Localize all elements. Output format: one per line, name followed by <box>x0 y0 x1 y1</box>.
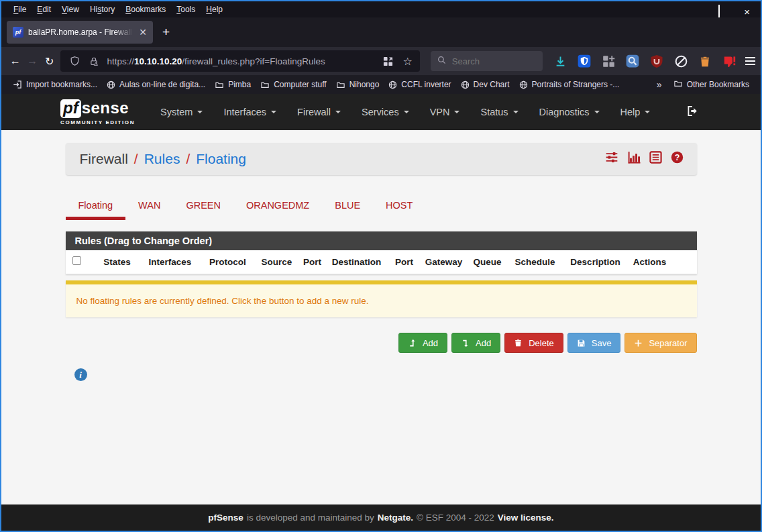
menu-history[interactable]: History <box>85 5 120 14</box>
logout-icon[interactable] <box>687 105 699 119</box>
breadcrumb-floating-link[interactable]: Floating <box>196 151 246 167</box>
nav-interfaces[interactable]: Interfaces <box>223 107 276 117</box>
info-icon[interactable]: i <box>74 368 87 381</box>
column-header-description: Description <box>562 257 629 267</box>
extension-magnifier-icon[interactable] <box>626 54 639 68</box>
circle-slash-blocker-icon[interactable] <box>674 54 688 68</box>
back-button[interactable]: ← <box>7 52 23 70</box>
menu-tools[interactable]: Tools <box>171 5 201 14</box>
save-button[interactable]: Save <box>567 333 621 353</box>
new-tab-button[interactable]: + <box>162 25 170 40</box>
maximize-button[interactable] <box>718 5 720 17</box>
globe-icon <box>519 81 528 89</box>
footer-netgate-link[interactable]: Netgate. <box>378 513 413 523</box>
tab-title: ballaPR.home.arpa - Firewall: Ru <box>28 28 133 37</box>
url-scheme: https:// <box>107 56 134 66</box>
nav-diagnostics[interactable]: Diagnostics <box>539 107 600 117</box>
delete-button[interactable]: Delete <box>504 333 563 353</box>
menu-bookmarks[interactable]: Bookmarks <box>120 5 171 14</box>
save-icon <box>577 339 586 348</box>
tab-close-icon[interactable]: ✕ <box>139 27 147 38</box>
svg-text:?: ? <box>674 153 679 162</box>
button-label: Add <box>476 338 491 348</box>
nav-label: Interfaces <box>223 107 266 117</box>
search-input[interactable] <box>452 56 526 66</box>
pfsense-logo[interactable]: pfsense COMMUNITY EDITION <box>60 99 135 125</box>
tab-orangedmz[interactable]: ORANGEDMZ <box>233 193 322 220</box>
bookmark-dev-chart[interactable]: Dev Chart <box>456 77 514 92</box>
bookmark-pimba[interactable]: Pimba <box>210 77 256 92</box>
breadcrumb-rules-link[interactable]: Rules <box>144 151 180 167</box>
search-box[interactable] <box>431 51 543 71</box>
nav-status[interactable]: Status <box>480 107 518 117</box>
extension-blocks-plus-icon[interactable] <box>602 54 615 68</box>
globe-icon <box>388 81 397 89</box>
tab-host[interactable]: HOST <box>373 193 425 220</box>
other-bookmarks-folder[interactable]: Other Bookmarks <box>669 77 754 92</box>
close-button[interactable]: × <box>744 8 750 15</box>
menu-view[interactable]: View <box>56 5 85 14</box>
rules-table-header: StatesInterfacesProtocolSourcePortDestin… <box>66 250 697 274</box>
filter-sliders-icon[interactable] <box>605 151 618 167</box>
trash-icon <box>514 338 523 348</box>
footer-brand: pfSense <box>208 513 243 523</box>
bookmark-label: Portraits of Strangers -... <box>532 80 620 89</box>
nav-services[interactable]: Services <box>362 107 409 117</box>
ublock-origin-shield-icon[interactable] <box>650 54 663 68</box>
tracking-protection-shield-icon[interactable] <box>68 54 81 68</box>
menu-edit[interactable]: Edit <box>32 5 56 14</box>
forward-button[interactable]: → <box>23 52 40 70</box>
log-list-icon[interactable] <box>649 151 662 167</box>
other-bookmarks-label: Other Bookmarks <box>687 80 749 89</box>
separator-button[interactable]: Separator <box>624 333 696 353</box>
add-button-up[interactable]: Add <box>398 333 447 353</box>
bookmark-aulas-on-line-de-digita[interactable]: Aulas on-line de digita... <box>102 77 210 92</box>
tab-green[interactable]: GREEN <box>173 193 233 220</box>
bookmark-ccfl-inverter[interactable]: CCFL inverter <box>384 77 455 92</box>
app-menu-hamburger-icon[interactable] <box>745 57 755 65</box>
button-label: Delete <box>529 338 554 348</box>
page-action-grid-icon[interactable] <box>381 54 394 68</box>
menu-help[interactable]: Help <box>201 5 228 14</box>
column-header-source: Source <box>255 257 299 267</box>
bookmark-portraits-of-strangers[interactable]: Portraits of Strangers -... <box>514 77 624 92</box>
rules-panel: Rules (Drag to Change Order) StatesInter… <box>66 231 697 274</box>
downloads-icon[interactable] <box>553 54 567 68</box>
reload-button[interactable]: ↻ <box>41 52 58 70</box>
bar-chart-icon[interactable] <box>627 151 641 167</box>
nav-label: Status <box>480 107 508 117</box>
nav-firewall[interactable]: Firewall <box>297 107 341 117</box>
bookmark-label: Dev Chart <box>474 80 510 89</box>
tab-blue[interactable]: BLUE <box>322 193 373 220</box>
add-button-down[interactable]: Add <box>451 333 500 353</box>
url-bar[interactable]: https://10.10.10.20/firewall_rules.php?i… <box>60 50 419 72</box>
select-all-checkbox[interactable] <box>72 256 81 265</box>
nav-help[interactable]: Help <box>620 107 651 117</box>
bookmark-import-bookmarks[interactable]: Import bookmarks... <box>8 77 102 92</box>
pfsense-navbar: pfsense COMMUNITY EDITION SystemInterfac… <box>1 94 761 130</box>
chevron-down-icon <box>197 111 203 116</box>
column-header-destination: Destination <box>326 257 388 267</box>
bookmark-computer-stuff[interactable]: Computer stuff <box>256 77 331 92</box>
footer-license-link[interactable]: View license. <box>498 513 554 523</box>
help-question-icon[interactable]: ? <box>671 151 684 167</box>
tab-floating[interactable]: Floating <box>66 193 126 220</box>
menu-file[interactable]: File <box>8 5 32 14</box>
column-header-gateway: Gateway <box>421 257 467 267</box>
bookmarks-overflow-chevron-icon[interactable]: » <box>650 79 669 90</box>
thumbs-down-extension-icon[interactable] <box>722 54 736 68</box>
bitwarden-shield-icon[interactable] <box>578 54 591 68</box>
url-host: 10.10.10.20 <box>134 56 182 66</box>
browser-tab[interactable]: pf ballaPR.home.arpa - Firewall: Ru ✕ <box>7 21 153 44</box>
bookmark-label: CCFL inverter <box>401 80 451 89</box>
nav-vpn[interactable]: VPN <box>430 107 460 117</box>
nav-system[interactable]: System <box>160 107 203 117</box>
level-down-icon <box>461 339 470 348</box>
trash-extension-icon[interactable] <box>698 54 712 68</box>
lock-warning-icon[interactable] <box>87 54 101 68</box>
bookmark-star-icon[interactable]: ☆ <box>402 55 412 68</box>
folder-icon <box>215 81 224 89</box>
tab-wan[interactable]: WAN <box>125 193 173 220</box>
button-label: Save <box>592 338 612 348</box>
bookmark-nihongo[interactable]: Nihongo <box>331 77 384 92</box>
